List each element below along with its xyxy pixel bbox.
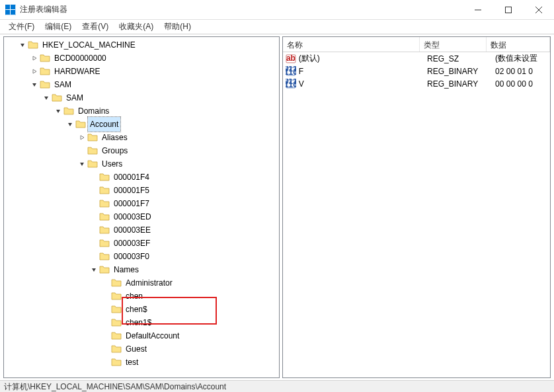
- collapse-icon[interactable]: [29, 79, 40, 90]
- col-header-type[interactable]: 类型: [420, 37, 486, 52]
- folder-icon: [40, 66, 50, 77]
- tree-node[interactable]: test: [4, 356, 279, 369]
- no-expander: [100, 278, 111, 288]
- tree-label[interactable]: Aliases: [100, 130, 130, 145]
- tree-node[interactable]: Names: [4, 263, 279, 276]
- tree-label[interactable]: 000003EF: [112, 236, 152, 251]
- content-area: HKEY_LOCAL_MACHINEBCD00000000HARDWARESAM…: [0, 34, 554, 380]
- expand-icon[interactable]: [29, 66, 40, 77]
- tree-label[interactable]: HARDWARE: [52, 64, 102, 79]
- no-expander: [100, 291, 111, 301]
- tree-node[interactable]: SAM: [4, 91, 279, 104]
- tree-label[interactable]: Domains: [76, 104, 111, 118]
- tree-node[interactable]: Aliases: [4, 131, 279, 144]
- tree-label[interactable]: Administrator: [124, 276, 175, 290]
- tree-label[interactable]: SAM: [52, 77, 73, 92]
- tree-label[interactable]: 000001F5: [112, 183, 151, 198]
- no-expander: [89, 238, 99, 249]
- list-pane[interactable]: 名称 类型 数据 ab(默认)REG_SZ(数值未设置011110FREG_BI…: [282, 36, 551, 378]
- tree-label[interactable]: chen: [124, 289, 145, 303]
- no-expander: [89, 185, 99, 196]
- tree-label[interactable]: 000001F7: [112, 196, 151, 211]
- tree-node[interactable]: Domains: [4, 104, 279, 118]
- tree-label[interactable]: chen1$: [124, 315, 153, 330]
- cell-data: (数值未设置: [495, 53, 550, 64]
- tree-label[interactable]: 000003ED: [112, 210, 153, 224]
- tree-node[interactable]: 000003EE: [4, 223, 279, 237]
- tree-label[interactable]: 000001F4: [112, 170, 151, 184]
- tree-label[interactable]: chen$: [124, 302, 149, 317]
- tree-node[interactable]: 000003F0: [4, 250, 279, 263]
- tree-pane[interactable]: HKEY_LOCAL_MACHINEBCD00000000HARDWARESAM…: [3, 36, 280, 378]
- close-button[interactable]: [524, 0, 554, 20]
- tree-node[interactable]: 000003EF: [4, 237, 279, 250]
- no-expander: [89, 172, 99, 182]
- menu-favorites[interactable]: 收藏夹(A): [114, 20, 159, 34]
- tree-label[interactable]: Account: [88, 117, 120, 132]
- no-expander: [89, 198, 99, 209]
- svg-rect-6: [506, 7, 512, 13]
- collapse-icon[interactable]: [65, 119, 75, 130]
- collapse-icon[interactable]: [89, 264, 99, 275]
- folder-icon: [111, 357, 122, 368]
- tree-node[interactable]: 000001F4: [4, 171, 279, 184]
- col-header-name[interactable]: 名称: [283, 37, 420, 52]
- tree-label[interactable]: Names: [112, 262, 141, 277]
- tree-node[interactable]: 000001F7: [4, 197, 279, 210]
- tree-node[interactable]: SAM: [4, 78, 279, 91]
- expand-icon[interactable]: [29, 53, 40, 63]
- menu-view[interactable]: 查看(V): [77, 20, 114, 34]
- tree-label[interactable]: SAM: [64, 91, 85, 105]
- menu-file[interactable]: 文件(F): [3, 20, 40, 34]
- svg-rect-3: [11, 10, 15, 15]
- menu-help[interactable]: 帮助(H): [159, 20, 196, 34]
- collapse-icon[interactable]: [77, 159, 87, 169]
- tree-node[interactable]: BCD00000000: [4, 52, 279, 65]
- folder-icon: [99, 212, 110, 222]
- tree-label[interactable]: 000003F0: [112, 249, 151, 264]
- menu-edit[interactable]: 编辑(E): [40, 20, 77, 34]
- tree-label[interactable]: 000003EE: [112, 223, 153, 237]
- tree-node[interactable]: Users: [4, 157, 279, 171]
- tree-label[interactable]: Guest: [124, 342, 149, 356]
- tree-label[interactable]: DefaultAccount: [124, 329, 181, 343]
- tree-label[interactable]: HKEY_LOCAL_MACHINE: [40, 38, 138, 52]
- tree-node[interactable]: chen$: [4, 303, 279, 316]
- list-row[interactable]: 011110VREG_BINARY00 00 00 0: [283, 77, 550, 90]
- tree-node[interactable]: 000003ED: [4, 210, 279, 223]
- tree-node[interactable]: Administrator: [4, 276, 279, 290]
- list-row[interactable]: ab(默认)REG_SZ(数值未设置: [283, 52, 550, 65]
- folder-icon: [99, 185, 110, 196]
- col-header-data[interactable]: 数据: [487, 37, 550, 52]
- svg-rect-1: [11, 5, 15, 9]
- tree-node[interactable]: DefaultAccount: [4, 329, 279, 342]
- collapse-icon[interactable]: [53, 106, 63, 116]
- list-header: 名称 类型 数据: [283, 37, 550, 52]
- no-expander: [77, 145, 87, 156]
- tree-node[interactable]: Groups: [4, 144, 279, 157]
- cell-data: 02 00 01 0: [495, 67, 550, 76]
- tree-label[interactable]: Users: [100, 157, 124, 171]
- cell-type: REG_BINARY: [427, 79, 495, 89]
- collapse-icon[interactable]: [41, 93, 52, 103]
- maximize-button[interactable]: [493, 0, 524, 20]
- tree-node[interactable]: Guest: [4, 342, 279, 356]
- tree-label[interactable]: test: [124, 355, 140, 370]
- folder-icon: [111, 317, 122, 328]
- tree-node[interactable]: Account: [4, 118, 279, 131]
- tree-label[interactable]: Groups: [100, 143, 130, 158]
- tree-label[interactable]: BCD00000000: [52, 51, 108, 65]
- status-bar: 计算机\HKEY_LOCAL_MACHINE\SAM\SAM\Domains\A…: [0, 380, 554, 392]
- tree-node[interactable]: chen: [4, 290, 279, 303]
- expand-icon[interactable]: [77, 132, 87, 143]
- list-row[interactable]: 011110FREG_BINARY02 00 01 0: [283, 65, 550, 77]
- tree-node[interactable]: HARDWARE: [4, 65, 279, 78]
- tree-node[interactable]: 000001F5: [4, 184, 279, 197]
- minimize-button[interactable]: [463, 0, 493, 20]
- folder-icon: [75, 119, 86, 130]
- tree-node[interactable]: HKEY_LOCAL_MACHINE: [4, 38, 279, 52]
- folder-icon: [99, 251, 110, 262]
- collapse-icon[interactable]: [17, 40, 28, 50]
- no-expander: [100, 331, 111, 341]
- tree-node[interactable]: chen1$: [4, 316, 279, 329]
